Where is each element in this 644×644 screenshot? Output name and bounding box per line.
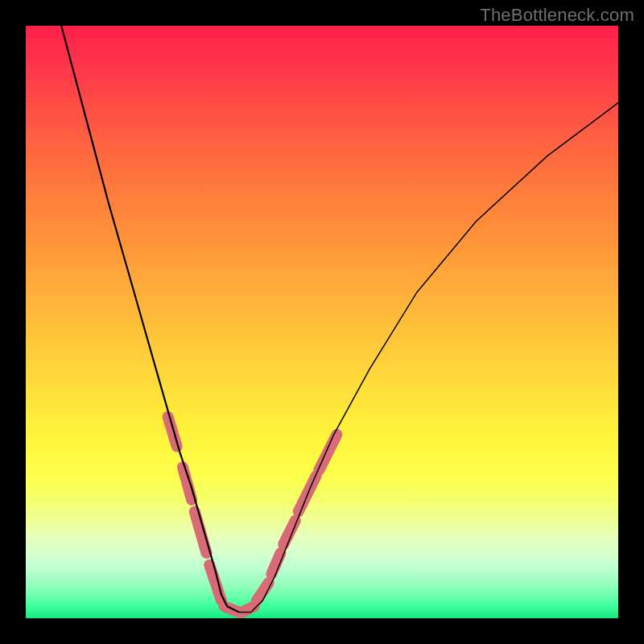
plot-area	[26, 26, 618, 618]
watermark-text: TheBottleneck.com	[480, 5, 634, 26]
curve-marker	[168, 417, 177, 447]
marker-group	[168, 417, 337, 613]
curve-svg	[26, 26, 618, 618]
curve-marker	[271, 553, 280, 574]
chart-frame: TheBottleneck.com	[0, 0, 644, 644]
curve-marker	[319, 435, 336, 470]
bottleneck-curve-right	[239, 103, 618, 613]
bottleneck-curve-left	[61, 26, 239, 613]
